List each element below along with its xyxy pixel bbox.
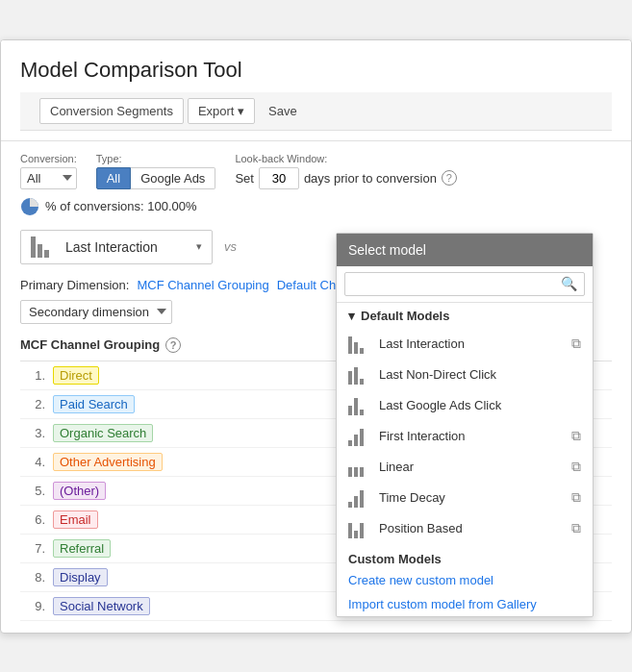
- b3: [360, 523, 364, 538]
- primary-dim-label: Primary Dimension:: [20, 278, 129, 292]
- b3: [360, 490, 364, 508]
- search-wrap: 🔍: [344, 272, 585, 296]
- search-icon: 🔍: [561, 276, 577, 291]
- channel-tag-other-advertising[interactable]: Other Advertising: [53, 453, 163, 471]
- copy-icon[interactable]: ⧉: [571, 428, 581, 444]
- channel-tag-display[interactable]: Display: [53, 568, 108, 586]
- copy-icon[interactable]: ⧉: [571, 489, 581, 506]
- default-models-label: Default Models: [361, 309, 449, 323]
- channel-tag-direct[interactable]: Direct: [53, 366, 99, 385]
- model-bar-icon: [348, 335, 371, 354]
- copy-icon[interactable]: ⧉: [571, 336, 581, 352]
- model-bar-icon: [348, 365, 371, 385]
- page-title: Model Comparison Tool: [20, 58, 612, 83]
- lookback-filter: Look-back Window: Set days prior to conv…: [235, 153, 457, 189]
- custom-models-section-label: Custom Models: [337, 544, 593, 568]
- type-google-ads-button[interactable]: Google Ads: [131, 167, 215, 189]
- collapse-icon: ▾: [348, 309, 355, 323]
- model-name: Last Google Ads Click: [379, 398, 501, 412]
- lookback-row: Set days prior to conversion ?: [235, 167, 457, 189]
- type-all-button[interactable]: All: [96, 167, 131, 189]
- model-name: First Interaction: [379, 429, 466, 443]
- b2: [354, 531, 358, 538]
- lookback-input[interactable]: [259, 167, 299, 189]
- dropdown-item-position-based[interactable]: Position Based ⧉: [337, 513, 593, 544]
- type-buttons: All Google Ads: [96, 167, 216, 189]
- model-label: Last Interaction: [65, 239, 158, 255]
- row-num: 4.: [20, 455, 45, 469]
- channel-tag-paid-search[interactable]: Paid Search: [53, 395, 135, 413]
- model-name: Position Based: [379, 521, 463, 535]
- row-num: 8.: [20, 570, 45, 585]
- lookback-help-icon[interactable]: ?: [442, 170, 457, 186]
- model-bar-icon: [348, 519, 371, 538]
- create-custom-model-link[interactable]: Create new custom model: [337, 568, 593, 592]
- vs-label: vs: [224, 239, 237, 254]
- b2: [354, 342, 358, 354]
- b2: [354, 435, 358, 446]
- b3: [360, 467, 364, 477]
- model-name: Last Non-Direct Click: [379, 367, 496, 382]
- conversion-segments-button[interactable]: Conversion Segments: [39, 98, 184, 124]
- dropdown-item-last-interaction[interactable]: Last Interaction ⧉: [337, 329, 593, 360]
- dropdown-item-linear[interactable]: Linear ⧉: [337, 452, 593, 483]
- import-custom-model-link[interactable]: Import custom model from Gallery: [337, 592, 593, 616]
- model-bar-icon: [348, 488, 371, 508]
- b2: [354, 398, 358, 415]
- b3: [360, 379, 364, 385]
- export-button[interactable]: Export ▾: [188, 98, 255, 124]
- dropdown-item-last-google-ads[interactable]: Last Google Ads Click: [337, 390, 593, 421]
- title-bar: Model Comparison Tool Conversion Segment…: [1, 40, 631, 141]
- row-num: 1.: [20, 368, 45, 383]
- mcf-channel-link[interactable]: MCF Channel Grouping: [137, 278, 268, 292]
- dropdown-title: Select model: [348, 242, 426, 258]
- channel-tag-organic-search[interactable]: Organic Search: [53, 424, 153, 442]
- model-button[interactable]: Last Interaction ▾: [20, 230, 213, 264]
- b3: [360, 348, 364, 354]
- model-name: Last Interaction: [379, 336, 465, 351]
- b3: [360, 410, 364, 415]
- channel-tag-email[interactable]: Email: [53, 510, 98, 529]
- b1: [348, 502, 352, 508]
- model-bar-icon: [348, 396, 371, 415]
- bar3: [44, 250, 49, 258]
- row-num: 6.: [20, 512, 45, 527]
- main-window: Model Comparison Tool Conversion Segment…: [0, 39, 632, 634]
- dropdown-search-area: 🔍: [337, 266, 593, 303]
- type-filter: Type: All Google Ads: [96, 153, 216, 189]
- conversion-info: % of conversions: 100.00%: [20, 197, 612, 216]
- bar1: [31, 236, 36, 258]
- dropdown-item-time-decay[interactable]: Time Decay ⧉: [337, 483, 593, 513]
- bar2: [38, 244, 42, 258]
- conversion-select[interactable]: All: [20, 167, 77, 189]
- model-bar-icon: [348, 458, 371, 477]
- conversion-label: Conversion:: [20, 153, 77, 164]
- dropdown-search-input[interactable]: [344, 272, 585, 296]
- b2: [354, 367, 358, 385]
- model-name: Linear: [379, 460, 414, 474]
- lookback-set: Set: [235, 171, 254, 186]
- row-num: 7.: [20, 541, 45, 556]
- b2: [354, 467, 358, 477]
- model-arrow-icon: ▾: [196, 240, 202, 253]
- save-button[interactable]: Save: [259, 99, 307, 123]
- channel-tag-other[interactable]: (Other): [53, 482, 106, 500]
- secondary-dim-select[interactable]: Secondary dimension: [20, 300, 172, 324]
- channel-tag-referral[interactable]: Referral: [53, 539, 111, 558]
- b1: [348, 406, 352, 415]
- dropdown-item-last-non-direct[interactable]: Last Non-Direct Click: [337, 360, 593, 390]
- b1: [348, 371, 352, 385]
- lookback-suffix: days prior to conversion: [304, 171, 437, 186]
- model-dropdown: Select model 🔍 ▾ Default Models Last Int…: [336, 233, 594, 617]
- conversion-filter: Conversion: All: [20, 153, 77, 189]
- row-num: 2.: [20, 397, 45, 411]
- filters-row: Conversion: All Type: All Google Ads Loo…: [20, 153, 612, 189]
- row-num: 3.: [20, 426, 45, 440]
- copy-icon[interactable]: ⧉: [571, 459, 581, 475]
- table-help-icon[interactable]: ?: [165, 337, 181, 353]
- channel-tag-social-network[interactable]: Social Network: [53, 597, 150, 615]
- dropdown-header: Select model: [337, 234, 593, 266]
- dropdown-item-first-interaction[interactable]: First Interaction ⧉: [337, 421, 593, 452]
- b2: [354, 496, 358, 508]
- copy-icon[interactable]: ⧉: [571, 520, 581, 536]
